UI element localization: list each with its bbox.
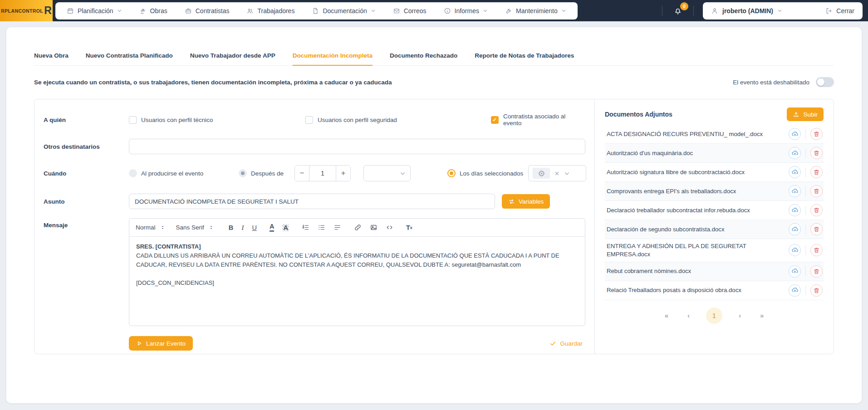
download-document-button[interactable] xyxy=(789,147,801,159)
logout-button[interactable]: Cerrar xyxy=(825,7,854,15)
bullet-list-button[interactable] xyxy=(318,224,325,231)
cloud-download-icon xyxy=(791,131,799,138)
radio-icon xyxy=(129,169,137,177)
ordered-list-button[interactable] xyxy=(302,224,309,231)
clear-format-button[interactable]: Tx xyxy=(406,224,412,231)
trash-icon xyxy=(813,247,820,254)
delete-document-button[interactable] xyxy=(810,284,823,297)
checkbox-usuarios-con-perfil-te-cnico[interactable]: Usuarios con perfil técnico xyxy=(129,116,305,124)
underline-button[interactable]: U xyxy=(252,224,256,231)
tab-documentacio-n-incompleta[interactable]: Documentación Incompleta xyxy=(293,52,373,65)
download-document-button[interactable] xyxy=(789,284,801,297)
font-select[interactable]: Sans Serif xyxy=(176,224,214,231)
delete-document-button[interactable] xyxy=(810,223,823,235)
pagination-first-button[interactable]: « xyxy=(662,311,671,320)
nav-item-label: Documentación xyxy=(323,7,367,15)
upload-button[interactable]: Subir xyxy=(787,107,824,121)
tab-reporte-de-notas-de-trabajadores[interactable]: Reporte de Notas de Trabajadores xyxy=(475,52,574,65)
bold-button[interactable]: B xyxy=(229,224,233,231)
highlight-color-button[interactable]: A xyxy=(282,224,289,231)
tab-nuevo-trabajador-desde-app[interactable]: Nuevo Trabajador desde APP xyxy=(190,52,275,65)
delete-document-button[interactable] xyxy=(810,147,823,159)
pagination-next-button[interactable]: › xyxy=(736,311,744,320)
other-recipients-input[interactable] xyxy=(129,139,585,154)
delay-unit-select[interactable] xyxy=(363,165,411,181)
nav-item-planificacion[interactable]: Planificación xyxy=(58,2,131,20)
link-button[interactable] xyxy=(354,224,362,231)
download-document-button[interactable] xyxy=(789,166,801,178)
main-nav: PlanificaciónObrasContratistasTrabajador… xyxy=(55,2,578,20)
app-logo[interactable]: RPLANCONTROL R xyxy=(0,0,53,21)
download-document-button[interactable] xyxy=(789,265,801,278)
pagination-current-page[interactable]: 1 xyxy=(706,308,722,324)
save-button[interactable]: Guardar xyxy=(547,340,585,347)
user-menu[interactable]: jroberto (ADMIN) xyxy=(711,7,782,15)
clear-selection-icon[interactable] xyxy=(554,171,560,176)
attached-documents-panel: Documentos Adjuntos Subir ACTA DESIGNACI… xyxy=(594,99,834,354)
notifications-button[interactable]: 0 xyxy=(671,5,685,17)
checkbox-contratista-asociado-al-evento[interactable]: Contratista asociado al evento xyxy=(491,113,585,127)
briefcase-icon xyxy=(185,7,192,15)
event-tabs: Nueva ObraNuevo Contratista PlanificadoN… xyxy=(34,52,834,66)
event-disabled-toggle[interactable] xyxy=(816,77,834,87)
align-button[interactable] xyxy=(333,224,341,231)
code-button[interactable] xyxy=(386,224,393,231)
delete-document-button[interactable] xyxy=(810,185,823,197)
logout-icon xyxy=(825,7,833,15)
nav-item-mantenimiento[interactable]: Mantenimiento xyxy=(496,2,575,20)
selected-days-chip[interactable] xyxy=(533,168,550,179)
nav-item-label: Obras xyxy=(150,7,167,15)
nav-item-trabajadores[interactable]: Trabajadores xyxy=(238,2,303,20)
variables-button[interactable]: Variables xyxy=(502,194,550,209)
nav-item-contratistas[interactable]: Contratistas xyxy=(176,2,238,20)
action-divider xyxy=(805,285,806,295)
radio-after-delay[interactable]: Después de xyxy=(239,169,294,177)
message-label: Mensaje xyxy=(44,218,129,229)
download-document-button[interactable] xyxy=(789,244,801,256)
radio-selected-days[interactable]: Los días seleccionados xyxy=(447,169,528,177)
tab-documento-rechazado[interactable]: Documento Rechazado xyxy=(390,52,457,65)
tab-nueva-obra[interactable]: Nueva Obra xyxy=(34,52,69,65)
delete-document-button[interactable] xyxy=(810,244,823,256)
delete-document-button[interactable] xyxy=(810,265,823,278)
delete-document-button[interactable] xyxy=(810,204,823,216)
event-form: A quién Usuarios con perfil técnicoUsuar… xyxy=(34,99,594,354)
days-multiselect[interactable] xyxy=(528,165,586,181)
image-button[interactable] xyxy=(370,224,378,231)
tab-nuevo-contratista-planificado[interactable]: Nuevo Contratista Planificado xyxy=(86,52,173,65)
download-document-button[interactable] xyxy=(789,223,801,235)
document-actions xyxy=(789,265,823,278)
document-icon xyxy=(312,7,319,15)
delete-document-button[interactable] xyxy=(810,166,823,178)
delete-document-button[interactable] xyxy=(810,128,823,140)
nav-item-correos[interactable]: Correos xyxy=(384,2,435,20)
radio-on-event[interactable]: Al producirse el evento xyxy=(129,169,239,177)
checkbox-usuarios-con-perfil-seguridad[interactable]: Usuarios con perfil seguridad xyxy=(305,116,491,124)
message-content[interactable]: SRES. [CONTRATISTA] CADA DILLUNS US ARRI… xyxy=(129,237,585,293)
delay-value-input[interactable] xyxy=(309,166,336,181)
italic-button[interactable]: I xyxy=(241,224,244,232)
topbar: RPLANCONTROL R PlanificaciónObrasContrat… xyxy=(0,0,868,21)
toggle-knob xyxy=(817,78,824,86)
subject-input[interactable] xyxy=(129,194,495,209)
paragraph-style-select[interactable]: Normal xyxy=(136,224,165,231)
launch-event-button[interactable]: Lanzar Evento xyxy=(129,336,193,351)
pagination-prev-button[interactable]: ‹ xyxy=(685,311,692,320)
nav-item-label: Planificación xyxy=(78,7,113,15)
document-row: Autorització d'us maquinària.doc xyxy=(605,144,824,163)
download-document-button[interactable] xyxy=(789,204,801,216)
font-select-value: Sans Serif xyxy=(176,224,204,231)
action-divider xyxy=(805,266,806,276)
document-name: Autorització signatura llibre de subcont… xyxy=(607,168,789,176)
text-color-button[interactable]: A xyxy=(270,223,274,231)
nav-item-informes[interactable]: Informes xyxy=(435,2,496,20)
nav-item-documentacion[interactable]: Documentación xyxy=(303,2,384,20)
download-document-button[interactable] xyxy=(789,185,801,197)
download-document-button[interactable] xyxy=(789,128,801,140)
pagination-last-button[interactable]: » xyxy=(757,311,766,320)
stepper-decrement-button[interactable]: − xyxy=(295,166,309,181)
stepper-increment-button[interactable]: + xyxy=(336,166,350,181)
nav-item-obras[interactable]: Obras xyxy=(131,2,176,20)
when-options: Al producirse el evento Después de − + xyxy=(129,165,586,181)
workers-icon xyxy=(246,7,254,15)
